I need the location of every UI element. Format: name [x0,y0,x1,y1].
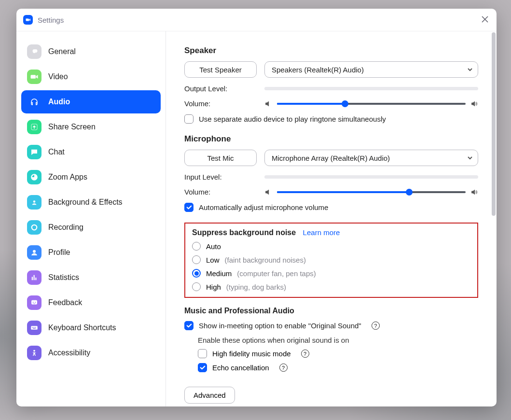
radio-label: High [206,283,221,291]
sidebar-item-accessibility[interactable]: Accessibility [21,341,161,364]
sidebar-item-recording[interactable]: Recording [21,216,161,239]
chevron-down-icon [467,67,473,72]
radio-auto[interactable] [192,242,201,251]
sidebar-item-label: Accessibility [48,349,90,357]
sidebar-item-label: Statistics [48,273,79,282]
learn-more-link[interactable]: Learn more [303,228,340,237]
sidebar-item-label: Feedback [48,298,82,307]
noise-option-auto[interactable]: Auto [192,242,470,251]
suppress-noise-heading: Suppress background noise [192,228,296,237]
music-audio-heading: Music and Professional Audio [184,307,294,315]
volume-low-icon [264,188,272,196]
speaker-heading: Speaker [184,46,478,56]
sidebar-item-keyboard-shortcuts[interactable]: Keyboard Shortcuts [21,316,161,339]
zoom-app-icon [23,15,33,25]
sidebar-item-general[interactable]: General [21,40,161,63]
sidebar-item-chat[interactable]: Chat [21,140,161,164]
separate-device-checkbox[interactable] [184,114,193,124]
chat-icon [27,145,41,159]
advanced-button[interactable]: Advanced [184,387,235,404]
sidebar-item-zoom-apps[interactable]: Zoom Apps [21,166,161,189]
mic-device-value: Microphone Array (Realtek(R) Audio) [272,154,390,162]
svg-rect-10 [34,327,35,328]
svg-rect-9 [32,327,33,328]
suppress-noise-section: Suppress background noise Learn more Aut… [184,223,478,298]
sidebar-item-label: General [48,47,76,56]
sidebar-item-label: Keyboard Shortcuts [48,323,116,332]
volume-low-icon [264,100,272,108]
speaker-volume-slider[interactable] [277,103,466,105]
gear-icon [27,44,41,59]
mic-volume-slider[interactable] [277,191,466,193]
recording-icon [27,220,41,235]
music-audio-section: Music and Professional Audio Show in-mee… [184,307,478,372]
svg-point-4 [33,250,36,253]
sidebar-item-audio[interactable]: Audio [21,90,161,113]
radio-medium[interactable] [192,269,201,278]
window-title: Settings [38,16,64,24]
help-icon[interactable]: ? [301,350,309,358]
echo-cancel-checkbox[interactable] [198,363,207,372]
sidebar-item-label: Chat [48,148,65,156]
close-button[interactable] [480,14,490,24]
radio-low[interactable] [192,255,201,264]
output-level-meter [264,87,478,90]
svg-point-3 [32,225,37,230]
mic-device-select[interactable]: Microphone Array (Realtek(R) Audio) [264,150,478,166]
radio-label: Auto [206,242,221,251]
noise-option-high[interactable]: High (typing, dog barks) [192,282,470,291]
statistics-icon [27,270,41,285]
radio-high[interactable] [192,282,201,291]
original-sound-checkbox[interactable] [184,321,193,330]
sidebar-item-share-screen[interactable]: Share Screen [21,115,161,139]
test-speaker-button[interactable]: Test Speaker [184,61,257,78]
help-icon[interactable]: ? [279,364,288,372]
video-icon [27,70,41,84]
original-sound-label: Show in-meeting option to enable "Origin… [199,322,361,330]
sidebar-item-profile[interactable]: Profile [21,241,161,264]
hifi-label: High fidelity music mode [212,350,291,358]
svg-rect-12 [33,328,36,329]
echo-cancel-label: Echo cancellation [212,364,269,372]
titlebar: Settings [16,9,497,31]
speaker-volume-label: Volume: [184,99,264,108]
headphones-icon [27,95,41,109]
enable-options-hint: Enable these options when original sound… [198,336,478,344]
sidebar-item-statistics[interactable]: Statistics [21,266,161,289]
radio-hint: (typing, dog barks) [226,283,286,291]
help-icon[interactable]: ? [372,322,380,330]
speaker-device-value: Speakers (Realtek(R) Audio) [272,66,364,74]
radio-label: Low [206,256,220,264]
svg-point-7 [35,302,36,303]
auto-adjust-mic-checkbox[interactable] [184,203,193,212]
accessibility-icon [27,346,41,360]
sidebar-item-feedback[interactable]: Feedback [21,291,161,314]
separate-device-label: Use separate audio device to play ringto… [199,115,386,123]
noise-option-medium[interactable]: Medium (computer fan, pen taps) [192,269,470,278]
radio-hint: (computer fan, pen taps) [237,269,316,278]
chevron-down-icon [467,155,473,161]
background-icon [27,195,41,210]
noise-option-low[interactable]: Low (faint background noises) [192,255,470,264]
sidebar-item-label: Audio [48,98,70,106]
audio-settings-panel: Speaker Test Speaker Speakers (Realtek(R… [166,31,497,406]
svg-point-6 [33,302,34,303]
svg-rect-11 [35,327,36,328]
share-screen-icon [27,120,41,134]
profile-icon [27,245,41,260]
svg-point-2 [33,200,36,203]
speaker-device-select[interactable]: Speakers (Realtek(R) Audio) [264,61,478,78]
auto-adjust-mic-label: Automatically adjust microphone volume [199,203,328,211]
microphone-heading: Microphone [184,134,478,144]
sidebar-item-label: Share Screen [48,123,96,131]
sidebar-item-label: Recording [48,223,83,232]
mic-volume-label: Volume: [184,188,264,196]
sidebar-item-background-effects[interactable]: Background & Effects [21,191,161,214]
sidebar-item-video[interactable]: Video [21,65,161,88]
feedback-icon [27,295,41,310]
sidebar-item-label: Video [48,72,68,81]
hifi-checkbox[interactable] [198,349,207,358]
test-mic-button[interactable]: Test Mic [184,150,257,166]
output-level-label: Output Level: [184,84,264,93]
settings-window: Settings General Video Audio Share Scree… [16,9,497,406]
